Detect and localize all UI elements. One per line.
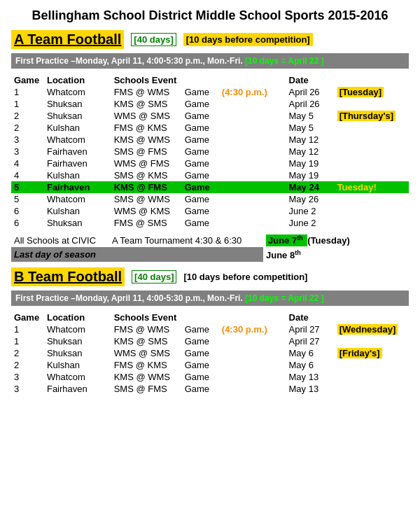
cell-location: Shuksan bbox=[44, 110, 111, 122]
cell-date: May 12 bbox=[286, 146, 335, 158]
table-row: 1WhatcomFMS @ WMSGame(4:30 p.m.)April 27… bbox=[11, 323, 409, 335]
cell-badge bbox=[335, 217, 409, 229]
b-team-header: B Team Football [40 days] [10 days befor… bbox=[11, 267, 409, 286]
cell-extra bbox=[219, 347, 286, 359]
cell-game: 6 bbox=[11, 205, 44, 217]
cell-schools: WMS @ KMS bbox=[111, 205, 182, 217]
cell-event: Game bbox=[182, 383, 219, 395]
table-row: 2ShuksanWMS @ SMSGameMay 6[Friday's] bbox=[11, 347, 409, 359]
cell-extra bbox=[219, 122, 286, 134]
header-schools: Schools Event bbox=[111, 74, 182, 86]
cell-event: Game bbox=[182, 86, 219, 98]
cell-game: 4 bbox=[11, 169, 44, 181]
cell-extra bbox=[219, 335, 286, 347]
cell-event: Game bbox=[182, 110, 219, 122]
cell-location: Shuksan bbox=[44, 347, 111, 359]
cell-badge: [Tuesday] bbox=[335, 86, 409, 98]
b-team-name: B Team Football bbox=[11, 267, 125, 286]
cell-location: Shuksan bbox=[44, 335, 111, 347]
a-team-days-40: [40 days] bbox=[131, 33, 176, 46]
cell-game: 1 bbox=[11, 98, 44, 110]
cell-location: Kulshan bbox=[44, 205, 111, 217]
cell-extra bbox=[219, 217, 286, 229]
cell-schools: FMS @ SMS bbox=[111, 217, 182, 229]
cell-date: April 27 bbox=[286, 335, 335, 347]
table-row: 6ShuksanFMS @ SMSGameJune 2 bbox=[11, 217, 409, 229]
cell-event: Game bbox=[182, 169, 219, 181]
table-row: 3FairhavenSMS @ FMSGameMay 13 bbox=[11, 383, 409, 395]
cell-badge: Tuesday! bbox=[335, 181, 409, 193]
cell-game: 5 bbox=[11, 181, 44, 193]
cell-badge bbox=[335, 205, 409, 217]
cell-schools: FMS @ KMS bbox=[111, 122, 182, 134]
header-event bbox=[182, 74, 219, 86]
cell-date: May 13 bbox=[286, 371, 335, 383]
cell-location: Fairhaven bbox=[44, 383, 111, 395]
cell-extra bbox=[219, 383, 286, 395]
cell-extra bbox=[219, 146, 286, 158]
cell-extra: (4:30 p.m.) bbox=[219, 86, 286, 98]
table-row: 2KulshanFMS @ KMSGameMay 5 bbox=[11, 122, 409, 134]
cell-date: June 2 bbox=[286, 205, 335, 217]
cell-date: May 24 bbox=[286, 181, 335, 193]
cell-date: May 19 bbox=[286, 158, 335, 169]
cell-date: May 5 bbox=[286, 110, 335, 122]
cell-game: 2 bbox=[11, 122, 44, 134]
cell-date: April 26 bbox=[286, 98, 335, 110]
cell-extra bbox=[219, 169, 286, 181]
table-row: 2ShuksanWMS @ SMSGameMay 5[Thursday's] bbox=[11, 110, 409, 122]
last-day-date: June 8th bbox=[263, 247, 409, 261]
cell-date: May 13 bbox=[286, 383, 335, 395]
cell-schools: KMS @ SMS bbox=[111, 98, 182, 110]
cell-game: 6 bbox=[11, 217, 44, 229]
cell-event: Game bbox=[182, 217, 219, 229]
cell-date: May 19 bbox=[286, 169, 335, 181]
a-team-name: A Team Football bbox=[11, 30, 124, 49]
table-row: 3WhatcomKMS @ WMSGameMay 12 bbox=[11, 134, 409, 146]
cell-game: 1 bbox=[11, 86, 44, 98]
cell-badge bbox=[335, 122, 409, 134]
cell-schools: SMS @ WMS bbox=[111, 193, 182, 205]
cell-game: 2 bbox=[11, 347, 44, 359]
cell-location: Whatcom bbox=[44, 86, 111, 98]
b-header-extra bbox=[219, 312, 286, 323]
cell-location: Whatcom bbox=[44, 134, 111, 146]
cell-game: 4 bbox=[11, 158, 44, 169]
cell-game: 3 bbox=[11, 383, 44, 395]
cell-schools: KMS @ WMS bbox=[111, 134, 182, 146]
cell-schools: KMS @ SMS bbox=[111, 335, 182, 347]
cell-badge: [Thursday's] bbox=[335, 110, 409, 122]
cell-date: June 2 bbox=[286, 217, 335, 229]
cell-game: 2 bbox=[11, 359, 44, 371]
cell-event: Game bbox=[182, 134, 219, 146]
b-header-location: Location bbox=[44, 312, 111, 323]
cell-location: Fairhaven bbox=[44, 181, 111, 193]
cell-date: May 6 bbox=[286, 359, 335, 371]
table-row: 4FairhavenWMS @ FMSGameMay 19 bbox=[11, 158, 409, 169]
tournament-label: All Schools at CIVIC bbox=[11, 233, 109, 247]
cell-event: Game bbox=[182, 181, 219, 193]
cell-event: Game bbox=[182, 323, 219, 335]
table-row: 2KulshanFMS @ KMSGameMay 6 bbox=[11, 359, 409, 371]
cell-schools: SMS @ KMS bbox=[111, 169, 182, 181]
header-location: Location bbox=[44, 74, 111, 86]
cell-schools: SMS @ FMS bbox=[111, 383, 182, 395]
cell-extra bbox=[219, 205, 286, 217]
last-day-row: Last day of season June 8th bbox=[11, 247, 409, 261]
page-title: Bellingham School District Middle School… bbox=[11, 8, 409, 23]
cell-location: Whatcom bbox=[44, 323, 111, 335]
b-header-game: Game bbox=[11, 312, 44, 323]
cell-game: 2 bbox=[11, 110, 44, 122]
cell-event: Game bbox=[182, 371, 219, 383]
cell-badge: [Wednesday] bbox=[335, 323, 409, 335]
cell-extra bbox=[219, 158, 286, 169]
cell-schools: FMS @ KMS bbox=[111, 359, 182, 371]
cell-event: Game bbox=[182, 193, 219, 205]
tournament-desc: A Team Tournament 4:30 & 6:30 bbox=[109, 233, 263, 247]
cell-schools: KMS @ FMS bbox=[111, 181, 182, 193]
table-row: 1ShuksanKMS @ SMSGameApril 27 bbox=[11, 335, 409, 347]
header-date: Date bbox=[286, 74, 335, 86]
b-header-badge bbox=[335, 312, 409, 323]
cell-location: Fairhaven bbox=[44, 158, 111, 169]
table-row: 1ShuksanKMS @ SMSGameApril 26 bbox=[11, 98, 409, 110]
